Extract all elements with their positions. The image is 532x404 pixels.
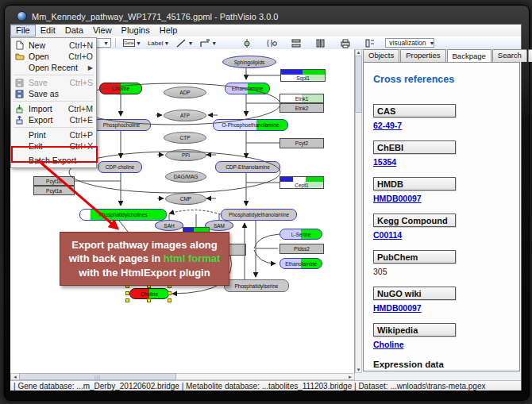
save-disk-icon [13, 78, 25, 87]
file-menu-open-recent[interactable]: Open Recent ▶ [11, 62, 96, 73]
node-l-serine[interactable]: L-Serine [279, 229, 322, 240]
align-center-button[interactable] [239, 37, 255, 49]
selection-handle[interactable] [125, 291, 129, 295]
file-menu-save[interactable]: Save Ctrl+S [11, 77, 96, 88]
node-phosphatidylserine[interactable]: Phosphatidylserine [224, 279, 289, 292]
menu-plugins[interactable]: Plugins [117, 25, 155, 37]
node-etnk1[interactable]: Etnk1 [279, 94, 324, 103]
tab-legend[interactable]: Legend [528, 49, 532, 62]
vertical-scroll-thumb[interactable] [355, 56, 362, 113]
node-phosphocholine[interactable]: Phosphocholine [92, 119, 151, 131]
tab-objects[interactable]: Objects [363, 49, 399, 62]
canvas-vertical-scrollbar[interactable]: ▲ ▼ [355, 49, 362, 373]
chebi-link[interactable]: 15354 [373, 157, 396, 167]
menu-edit[interactable]: Edit [36, 25, 60, 37]
node-cmp[interactable]: CMP [165, 193, 206, 205]
node-pcyt1b[interactable]: Pcyt1b [33, 176, 75, 186]
node-adp[interactable]: ADP [164, 87, 206, 98]
menu-help[interactable]: Help [155, 25, 183, 37]
tab-backpage[interactable]: Backpage [447, 49, 492, 62]
label-tool-button[interactable]: Label ▼ [145, 37, 172, 49]
node-ppi[interactable]: PPi [165, 149, 206, 161]
node-choline-selected[interactable]: Choline [129, 288, 169, 299]
file-menu-open[interactable]: Open Ctrl+O [11, 51, 96, 62]
window-title: Mm_Kennedy_pathway_WP1771_45176.gpml - P… [32, 12, 278, 21]
section-header: HMDB [373, 177, 456, 190]
menu-data[interactable]: Data [60, 25, 88, 37]
section-header: ChEBI [373, 140, 456, 154]
node-label: Choline [141, 291, 158, 297]
file-menu-export[interactable]: Export Ctrl+E [11, 114, 96, 125]
stack-vertical-button[interactable] [288, 37, 304, 49]
scroll-up-icon[interactable]: ▲ [357, 50, 361, 55]
menu-view[interactable]: View [88, 25, 117, 37]
node-cdp-choline[interactable]: CDP-choline [98, 161, 142, 173]
canvas-horizontal-scrollbar[interactable]: ◄ ||| ► [10, 373, 355, 380]
kegg-link[interactable]: C00114 [373, 230, 402, 240]
file-menu-print[interactable]: Print Ctrl+P [11, 129, 96, 140]
import-icon [13, 104, 25, 114]
node-o-phosphoethanolamine[interactable]: O-Phosphoethanolamine [213, 119, 288, 131]
tab-search[interactable]: Search [492, 49, 527, 62]
node-label: SAH [164, 223, 174, 229]
node-pisd[interactable] [229, 244, 246, 256]
node-ptdss2[interactable]: Ptdss2 [279, 244, 324, 254]
tab-properties[interactable]: Properties [400, 49, 445, 62]
cas-link[interactable]: 62-49-7 [373, 121, 402, 130]
node-choline-top[interactable]: Choline [99, 83, 142, 94]
node-pcyt2[interactable]: Pcyt2 [279, 138, 324, 148]
stack-horizontal-icon [315, 38, 326, 48]
selection-handle[interactable] [168, 291, 172, 295]
file-menu-import[interactable]: Import Ctrl+M [11, 103, 96, 114]
menu-file[interactable]: File [10, 25, 36, 37]
line-tool-button[interactable]: ▼ [173, 37, 195, 49]
node-pcyt1a[interactable]: Pcyt1a [33, 186, 75, 195]
scroll-left-icon[interactable]: ◄ [13, 375, 17, 379]
horizontal-scroll-thumb[interactable]: ||| [19, 373, 176, 380]
file-menu-new[interactable]: New Ctrl+N [11, 40, 96, 51]
node-ethanolamine-top[interactable]: Ethanolamine [225, 83, 270, 94]
file-menu: New Ctrl+N Open Ctrl+O Open Recent ▶ Sav… [10, 37, 97, 168]
connector-tool-button[interactable]: ▼ [197, 37, 219, 49]
node-label: Phosphocholine [103, 122, 140, 128]
node-label: SAM [214, 223, 225, 229]
gene-tool-button[interactable]: Gene ▼ [121, 37, 144, 49]
node-label: ATP [180, 113, 190, 118]
selection-handle[interactable] [147, 298, 151, 302]
toolbar-separator [115, 38, 116, 48]
scroll-down-icon[interactable]: ▼ [357, 367, 361, 372]
print-button[interactable] [337, 37, 353, 49]
node-ethanolamine-bottom[interactable]: Ethanolamine [279, 258, 322, 269]
node-sah[interactable]: SAH [155, 220, 183, 231]
gene-box-icon: Gene [123, 39, 135, 47]
file-menu-save-as[interactable]: Save as [11, 88, 96, 99]
open-folder-icon [13, 52, 25, 61]
backpage-section-kegg: Kegg Compound C00114 [373, 214, 511, 240]
section-header: Kegg Compound [373, 214, 456, 227]
node-label: CTP [180, 135, 191, 140]
node-cdp-ethanolamine[interactable]: CDP-Ethanolamine [215, 161, 280, 173]
node-phosphatidylcholines[interactable]: Phosphatidylcholines [79, 209, 167, 221]
nugo-link[interactable]: HMDB00097 [373, 303, 422, 313]
node-ctp[interactable]: CTP [164, 132, 206, 144]
stack-horizontal-button[interactable] [313, 37, 329, 49]
wikipedia-link[interactable]: Choline [373, 340, 404, 349]
node-dag-mag[interactable]: DAG/MAG [165, 171, 206, 183]
node-sgpl1[interactable]: Sgpl1 [280, 69, 326, 82]
node-atp[interactable]: ATP [164, 110, 206, 121]
visualization-combobox[interactable]: visualization ▼ [385, 38, 434, 48]
node-phosphatidylethanolamine[interactable]: Phosphatidylethanolamine [221, 209, 297, 221]
distribute-button[interactable] [264, 37, 279, 49]
visualization-value: visualization [389, 39, 426, 47]
node-sphingolipids[interactable]: Sphingolipids [222, 56, 276, 68]
selection-handle[interactable] [125, 298, 129, 302]
selection-handle[interactable] [168, 298, 172, 302]
node-label: L-Serine [291, 232, 311, 237]
backpage-section-chebi: ChEBI 15354 [373, 140, 511, 167]
node-cept1[interactable]: Cept1 [279, 176, 324, 189]
scroll-right-icon[interactable]: ► [348, 375, 353, 379]
hmdb-link[interactable]: HMDB00097 [373, 194, 422, 203]
node-etnk2[interactable]: Etnk2 [279, 103, 324, 113]
layout-button[interactable] [362, 37, 378, 49]
screen: Mm_Kennedy_pathway_WP1771_45176.gpml - P… [0, 0, 532, 404]
